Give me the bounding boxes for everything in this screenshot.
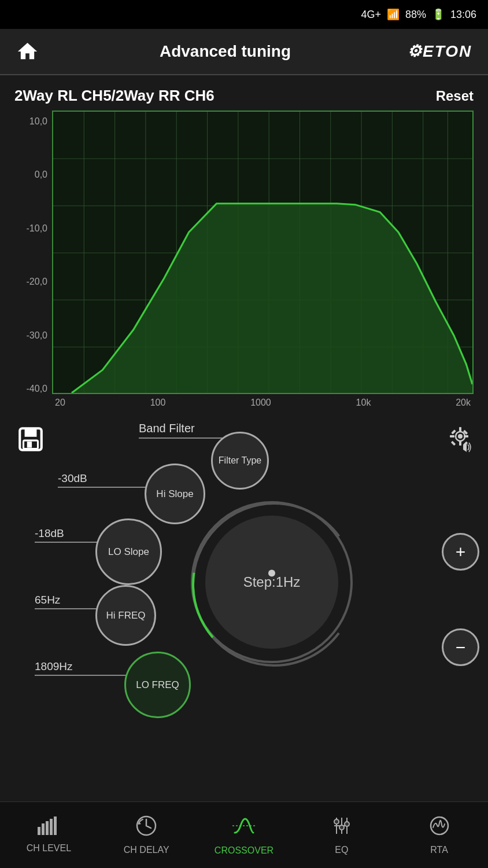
filter-type-knob[interactable]: Filter Type <box>211 432 269 490</box>
brand-logo: ⚙ETON <box>407 38 476 65</box>
signal-bars: 📶 <box>387 8 400 21</box>
status-bar: 4G+ 📶 88% 🔋 13:06 <box>0 0 488 29</box>
y-label-2: -10,0 <box>14 223 52 234</box>
hi-freq-label: Hi FREQ <box>106 610 146 621</box>
x-label-0: 20 <box>55 398 65 408</box>
hi-freq-value: 65Hz <box>35 594 60 606</box>
svg-rect-26 <box>459 427 461 432</box>
band-filter-line <box>139 437 225 439</box>
settings-button[interactable] <box>442 420 479 458</box>
lo-slope-knob[interactable]: LO Slope <box>95 518 162 585</box>
lo-freq-label: LO FREQ <box>136 679 179 691</box>
y-label-5: -40,0 <box>14 384 52 394</box>
svg-rect-32 <box>451 441 456 446</box>
lo-slope-value: -18dB <box>35 527 64 540</box>
header: Advanced tuning ⚙ETON <box>0 29 488 75</box>
svg-point-50 <box>345 822 349 826</box>
time-display: 13:06 <box>450 9 476 21</box>
chart-x-axis: 20 100 1000 10k 20k <box>52 394 474 411</box>
ch-level-label: CH LEVEL <box>27 843 71 854</box>
svg-rect-39 <box>50 819 53 835</box>
page-title: Advanced tuning <box>43 42 407 61</box>
eq-icon <box>331 815 353 841</box>
nav-crossover[interactable]: CROSSOVER <box>195 814 293 856</box>
svg-point-25 <box>458 434 463 439</box>
step-knob-outer[interactable]: Step:1Hz <box>191 501 353 663</box>
eq-label: EQ <box>335 845 348 855</box>
svg-rect-29 <box>464 435 468 437</box>
bottom-navigation: CH LEVEL CH DELAY CROSSOVER <box>0 801 488 868</box>
y-label-4: -30,0 <box>14 330 52 341</box>
nav-ch-delay[interactable]: CH DELAY <box>98 815 195 855</box>
minus-button[interactable]: − <box>442 628 479 666</box>
nav-ch-level[interactable]: CH LEVEL <box>0 816 98 854</box>
svg-rect-40 <box>54 816 57 835</box>
rta-label: RTA <box>430 845 448 855</box>
lo-slope-label: LO Slope <box>108 546 149 558</box>
svg-rect-36 <box>38 827 40 835</box>
chart-y-axis: 10,0 0,0 -10,0 -20,0 -30,0 -40,0 <box>14 111 52 411</box>
svg-rect-38 <box>46 821 49 835</box>
signal-indicator: 4G+ <box>361 9 381 21</box>
x-label-2: 1000 <box>250 398 271 408</box>
svg-rect-28 <box>450 435 454 437</box>
svg-rect-30 <box>451 429 456 434</box>
channel-title: 2Way RL CH5/2Way RR CH6 <box>14 87 215 105</box>
step-knob-container[interactable]: Step:1Hz <box>191 501 353 663</box>
nav-rta[interactable]: RTA <box>390 815 488 855</box>
nav-eq[interactable]: EQ <box>293 815 390 855</box>
crossover-icon <box>232 814 256 842</box>
band-filter-label: Band Filter <box>139 422 195 435</box>
svg-point-48 <box>334 819 339 824</box>
rta-icon <box>428 815 450 841</box>
plus-icon: + <box>456 542 466 562</box>
filter-type-label: Filter Type <box>219 455 261 466</box>
svg-text:⚙ETON: ⚙ETON <box>407 42 472 60</box>
minus-icon: − <box>456 638 466 657</box>
channel-header: 2Way RL CH5/2Way RR CH6 Reset <box>0 75 488 111</box>
svg-rect-23 <box>27 442 31 447</box>
controls-panel: Band Filter Filter Type -30dB Hi Slope -… <box>0 411 488 701</box>
plus-button[interactable]: + <box>442 533 479 571</box>
step-knob-inner[interactable]: Step:1Hz <box>205 516 338 649</box>
svg-rect-27 <box>459 441 461 446</box>
save-button[interactable] <box>12 420 49 458</box>
x-label-3: 10k <box>356 398 371 408</box>
chart-area <box>52 111 474 394</box>
hi-freq-knob[interactable]: Hi FREQ <box>95 585 156 646</box>
svg-rect-37 <box>42 823 45 835</box>
frequency-chart: 10,0 0,0 -10,0 -20,0 -30,0 -40,0 <box>14 111 474 411</box>
hi-slope-value: -30dB <box>58 472 87 485</box>
y-label-0: 10,0 <box>14 116 52 127</box>
hi-slope-label: Hi Slope <box>156 488 193 500</box>
ch-delay-label: CH DELAY <box>124 845 169 855</box>
hi-slope-line <box>58 487 156 488</box>
battery-icon: 🔋 <box>432 8 445 21</box>
y-label-3: -20,0 <box>14 277 52 287</box>
y-label-1: 0,0 <box>14 170 52 180</box>
ch-delay-icon <box>135 815 157 841</box>
x-label-1: 100 <box>150 398 166 408</box>
ch-level-icon <box>38 816 60 840</box>
svg-rect-21 <box>24 428 36 437</box>
battery-level: 88% <box>405 9 426 21</box>
crossover-label: CROSSOVER <box>215 845 273 856</box>
x-label-4: 20k <box>456 398 471 408</box>
home-button[interactable] <box>12 36 43 68</box>
lo-freq-value: 1809Hz <box>35 660 73 673</box>
reset-button[interactable]: Reset <box>436 88 474 104</box>
lo-freq-knob[interactable]: LO FREQ <box>124 652 191 718</box>
step-knob-dot <box>268 569 275 576</box>
svg-point-49 <box>339 825 344 830</box>
